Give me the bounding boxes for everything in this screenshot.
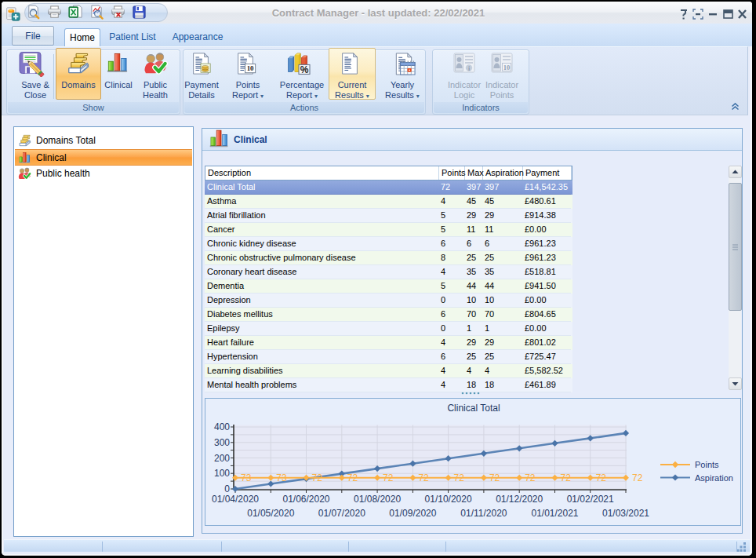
svg-text:73: 73 (276, 472, 287, 483)
svg-text:01/07/2020: 01/07/2020 (318, 508, 365, 519)
svg-text:72: 72 (312, 472, 323, 483)
svg-text:200: 200 (214, 453, 230, 464)
svg-text:72: 72 (489, 472, 500, 483)
svg-text:72: 72 (418, 472, 429, 483)
svg-text:0: 0 (224, 483, 230, 494)
svg-text:01/10/2020: 01/10/2020 (425, 494, 472, 505)
svg-text:72: 72 (347, 472, 358, 483)
svg-text:Aspiration: Aspiration (695, 473, 733, 483)
svg-text:01/11/2020: 01/11/2020 (460, 508, 507, 519)
svg-text:01/04/2020: 01/04/2020 (212, 494, 259, 505)
svg-text:72: 72 (561, 472, 572, 483)
svg-text:01/03/2021: 01/03/2021 (602, 508, 649, 519)
svg-text:10: 10 (503, 64, 511, 71)
svg-text:100: 100 (214, 468, 230, 479)
svg-text:72: 72 (525, 472, 536, 483)
svg-text:01/05/2020: 01/05/2020 (247, 508, 294, 519)
svg-text:01/06/2020: 01/06/2020 (282, 494, 329, 505)
svg-text:01/01/2021: 01/01/2021 (531, 508, 578, 519)
svg-text:01/02/2021: 01/02/2021 (567, 494, 614, 505)
svg-text:72: 72 (454, 472, 465, 483)
svg-text:72: 72 (383, 472, 394, 483)
svg-text:73: 73 (241, 472, 252, 483)
svg-text:01/12/2020: 01/12/2020 (496, 494, 543, 505)
svg-text:%: % (300, 64, 309, 75)
svg-text:Clinical Total: Clinical Total (447, 403, 500, 414)
svg-text:01/08/2020: 01/08/2020 (354, 494, 401, 505)
svg-text:72: 72 (596, 472, 607, 483)
svg-text:Points: Points (695, 460, 719, 469)
svg-text:10: 10 (247, 64, 254, 72)
svg-text:300: 300 (214, 437, 230, 448)
svg-text:400: 400 (214, 421, 230, 432)
svg-text:01/09/2020: 01/09/2020 (389, 508, 436, 519)
svg-text:72: 72 (632, 472, 643, 483)
